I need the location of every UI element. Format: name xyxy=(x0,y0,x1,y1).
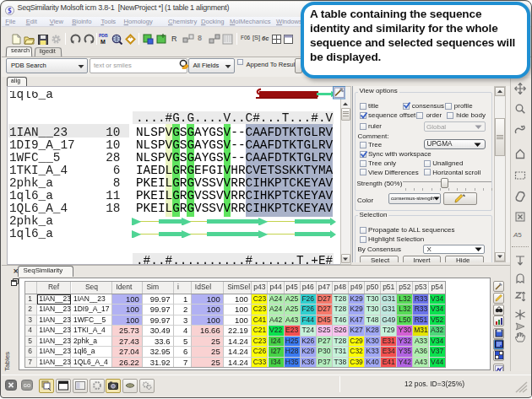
svg-text:GO: GO xyxy=(23,383,30,388)
